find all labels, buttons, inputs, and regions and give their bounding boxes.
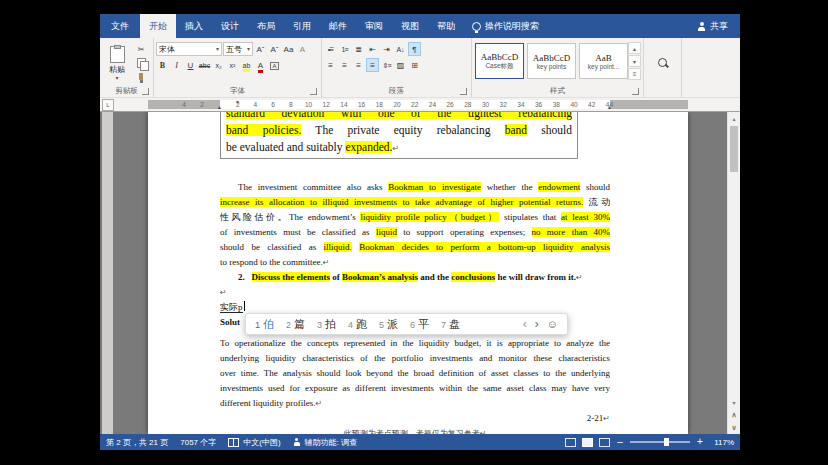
document-page[interactable]: standard deviation with one of the tight… (148, 112, 688, 434)
character-border-button[interactable] (268, 58, 281, 72)
share-button[interactable]: 共享 (685, 14, 740, 38)
zoom-slider-thumb[interactable] (664, 438, 669, 446)
scrollbar-thumb[interactable] (730, 126, 738, 172)
read-mode-button[interactable] (565, 438, 576, 447)
cut-button[interactable] (134, 42, 148, 55)
hanging-indent-marker[interactable]: ▲ (217, 105, 222, 110)
print-layout-button[interactable] (582, 438, 593, 447)
style-sample: AaB (595, 53, 612, 63)
previous-page-button[interactable] (728, 409, 740, 421)
ime-candidate[interactable]: 6平 (410, 317, 429, 332)
accessibility-label: 辅助功能: 调查 (305, 437, 357, 448)
tab-邮件[interactable]: 邮件 (320, 14, 356, 38)
style-card[interactable]: AaBbCcDkey points (527, 43, 576, 79)
dialog-launcher-icon[interactable] (632, 88, 639, 95)
tab-设计[interactable]: 设计 (212, 14, 248, 38)
numbering-button[interactable] (338, 42, 351, 56)
word-count[interactable]: 7057 个字 (180, 437, 216, 448)
ime-next-page-button[interactable] (535, 317, 539, 331)
copy-button[interactable] (134, 56, 148, 69)
align-left-button[interactable] (324, 58, 337, 72)
font-size-combo[interactable]: 五号▾ (223, 42, 253, 56)
tab-开始[interactable]: 开始 (140, 14, 176, 38)
ruler-number: 4 (182, 100, 186, 109)
tab-file[interactable]: 文件 (100, 14, 140, 38)
styles-scroll-down-button[interactable] (628, 55, 641, 67)
accessibility-icon (293, 438, 301, 446)
align-center-button[interactable] (338, 58, 351, 72)
tab-selector[interactable]: L (102, 99, 114, 111)
vertical-scrollbar[interactable] (727, 112, 740, 434)
accessibility-status[interactable]: 辅助功能: 调查 (293, 437, 357, 448)
style-card[interactable]: AaBbCcDCase标题 (475, 43, 524, 79)
ime-candidate[interactable]: 1伯 (255, 317, 274, 332)
align-right-button[interactable] (352, 58, 365, 72)
tab-引用[interactable]: 引用 (284, 14, 320, 38)
tell-me-search[interactable]: 操作说明搜索 (472, 14, 539, 38)
font-name-combo[interactable]: 宋体▾ (156, 42, 222, 56)
show-formatting-marks-button[interactable] (408, 42, 421, 56)
ime-candidate[interactable]: 5派 (379, 317, 398, 332)
ruler-number: 24 (429, 100, 436, 109)
find-button[interactable] (658, 58, 667, 69)
styles-more-button[interactable] (628, 68, 641, 80)
ime-candidate[interactable]: 3拍 (317, 317, 336, 332)
sort-button[interactable] (394, 42, 407, 56)
style-card[interactable]: AaBkey point... (579, 43, 628, 79)
tab-插入[interactable]: 插入 (176, 14, 212, 38)
zoom-level[interactable]: 117% (710, 438, 734, 447)
scroll-up-button[interactable] (728, 112, 740, 124)
multilevel-list-button[interactable] (352, 42, 365, 56)
borders-button[interactable] (408, 58, 421, 72)
font-color-button[interactable] (254, 58, 267, 72)
tab-视图[interactable]: 视图 (392, 14, 428, 38)
change-case-button[interactable] (282, 42, 295, 56)
format-painter-button[interactable] (134, 70, 148, 83)
strikethrough-button[interactable] (198, 58, 211, 72)
decrease-indent-button[interactable] (366, 42, 379, 56)
bold-button[interactable] (156, 58, 169, 72)
proofing-icon (228, 438, 239, 447)
highlighter-icon (243, 61, 251, 70)
zoom-slider[interactable] (630, 441, 690, 443)
zoom-out-button[interactable]: – (616, 437, 624, 447)
zoom-in-button[interactable]: + (696, 437, 704, 447)
superscript-button[interactable] (226, 58, 239, 72)
tab-帮助[interactable]: 帮助 (428, 14, 464, 38)
chevron-down-icon: ▾ (216, 47, 219, 52)
ime-prev-page-button[interactable] (523, 317, 527, 331)
ime-candidate[interactable]: 4跑 (348, 317, 367, 332)
text-run: and the (418, 272, 451, 282)
subscript-button[interactable] (212, 58, 225, 72)
ruler-number: 32 (500, 100, 507, 109)
ime-emoji-button[interactable] (547, 318, 558, 330)
shading-button[interactable] (394, 58, 407, 72)
underline-button[interactable] (184, 58, 197, 72)
paste-button[interactable]: 粘贴 ▾ (102, 40, 132, 86)
tab-布局[interactable]: 布局 (248, 14, 284, 38)
text-run: liquid (376, 227, 397, 237)
text-highlight-button[interactable] (240, 58, 253, 72)
next-page-button[interactable] (728, 422, 740, 434)
language-indicator[interactable]: 中文(中国) (228, 437, 280, 448)
grow-font-button[interactable] (254, 42, 267, 56)
italic-button[interactable] (170, 58, 183, 72)
character-border-icon (270, 61, 278, 70)
justify-button[interactable] (366, 58, 379, 72)
styles-scroll-up-button[interactable] (628, 42, 641, 54)
web-layout-button[interactable] (599, 438, 610, 447)
dialog-launcher-icon[interactable] (310, 88, 317, 95)
ime-candidate[interactable]: 2篇 (286, 317, 305, 332)
ime-candidate[interactable]: 7盘 (441, 317, 460, 332)
increase-indent-button[interactable] (380, 42, 393, 56)
bullets-button[interactable] (324, 42, 337, 56)
scroll-down-button[interactable] (728, 396, 740, 408)
clear-formatting-button[interactable] (296, 42, 309, 56)
tab-审阅[interactable]: 审阅 (356, 14, 392, 38)
text-run: The investment committee also asks (238, 182, 388, 192)
dialog-launcher-icon[interactable] (460, 88, 467, 95)
shrink-font-button[interactable] (268, 42, 281, 56)
page-indicator[interactable]: 第 2 页，共 21 页 (106, 437, 168, 448)
dialog-launcher-icon[interactable] (142, 88, 149, 95)
line-spacing-button[interactable] (380, 58, 393, 72)
